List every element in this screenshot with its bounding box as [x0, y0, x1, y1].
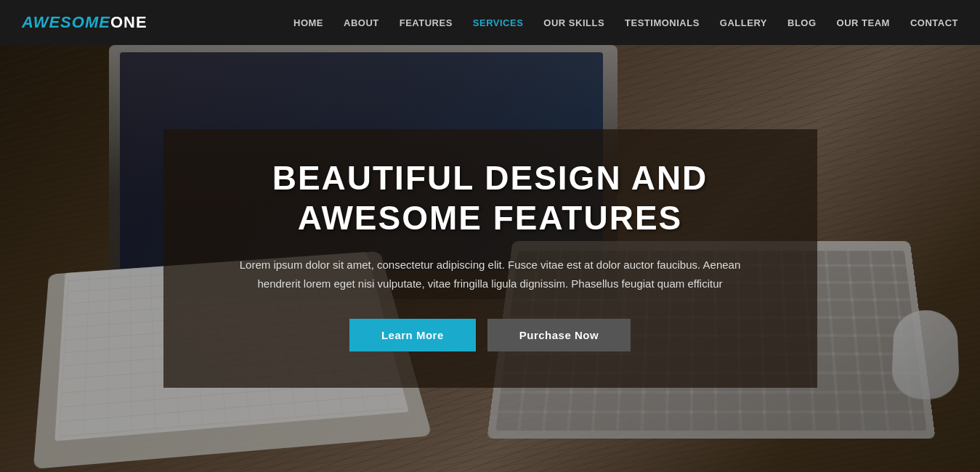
nav-link-about[interactable]: ABOUT: [344, 17, 379, 28]
nav-item-features[interactable]: FEATURES: [400, 16, 453, 29]
navbar: AwesomeOne HOME ABOUT FEATURES SERVICES …: [0, 0, 980, 45]
learn-more-button[interactable]: Learn More: [349, 319, 476, 351]
hero-subtitle: Lorem ipsum dolor sit amet, consectetur …: [222, 256, 759, 293]
nav-item-about[interactable]: ABOUT: [344, 16, 379, 29]
nav-link-our-team[interactable]: OUR TEAM: [837, 17, 890, 28]
nav-links: HOME ABOUT FEATURES SERVICES OUR SKILLS …: [293, 16, 958, 29]
purchase-now-button[interactable]: Purchase Now: [487, 319, 631, 351]
nav-item-services[interactable]: SERVICES: [473, 16, 524, 29]
nav-item-blog[interactable]: BLOG: [787, 16, 817, 29]
nav-item-gallery[interactable]: GALLERY: [720, 16, 767, 29]
hero-content: BEAUTIFUL DESIGN AND AWESOME FEATURES Lo…: [0, 45, 980, 472]
hero-title: BEAUTIFUL DESIGN AND AWESOME FEATURES: [222, 158, 759, 238]
nav-link-our-skills[interactable]: OUR SKILLS: [543, 17, 604, 28]
nav-link-features[interactable]: FEATURES: [400, 17, 453, 28]
nav-item-contact[interactable]: CONTACT: [910, 16, 958, 29]
nav-item-our-skills[interactable]: OUR SKILLS: [543, 16, 604, 29]
nav-link-services[interactable]: SERVICES: [473, 17, 524, 28]
hero-buttons: Learn More Purchase Now: [222, 319, 759, 351]
logo-awesome-text: Awesome: [22, 13, 110, 31]
nav-item-our-team[interactable]: OUR TEAM: [837, 16, 890, 29]
logo-one-text: One: [110, 13, 147, 31]
logo[interactable]: AwesomeOne: [22, 13, 147, 32]
nav-item-home[interactable]: HOME: [293, 16, 323, 29]
nav-item-testimonials[interactable]: TESTIMONIALS: [625, 16, 700, 29]
hero-content-box: BEAUTIFUL DESIGN AND AWESOME FEATURES Lo…: [163, 129, 817, 388]
hero-section: BEAUTIFUL DESIGN AND AWESOME FEATURES Lo…: [0, 0, 980, 472]
nav-link-gallery[interactable]: GALLERY: [720, 17, 767, 28]
nav-link-blog[interactable]: BLOG: [787, 17, 817, 28]
nav-link-contact[interactable]: CONTACT: [910, 17, 958, 28]
nav-link-testimonials[interactable]: TESTIMONIALS: [625, 17, 700, 28]
nav-link-home[interactable]: HOME: [293, 17, 323, 28]
